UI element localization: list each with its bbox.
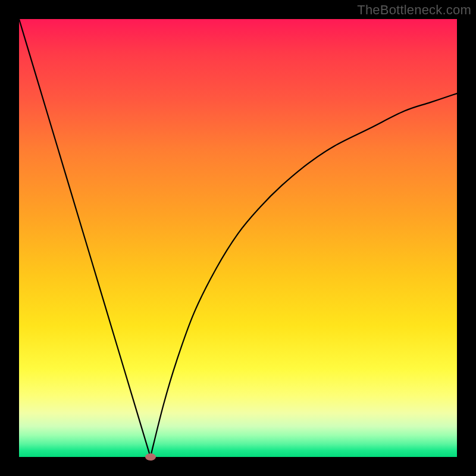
curve-path bbox=[19, 19, 457, 457]
bottleneck-curve bbox=[19, 19, 457, 457]
watermark-text: TheBottleneck.com bbox=[357, 2, 471, 18]
plot-area bbox=[19, 19, 457, 457]
chart-frame: TheBottleneck.com bbox=[0, 0, 476, 476]
minimum-marker bbox=[145, 453, 156, 461]
